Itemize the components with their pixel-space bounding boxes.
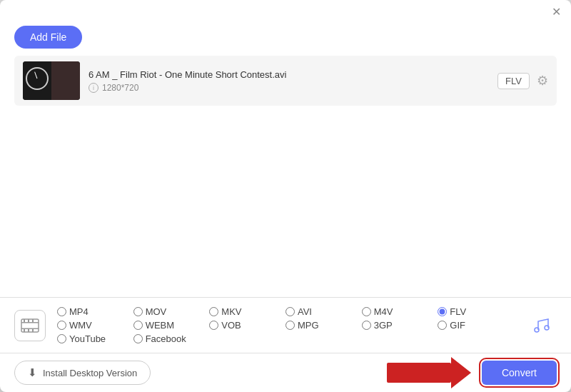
format-avi[interactable]: AVI: [286, 306, 362, 317]
info-icon: i: [89, 83, 98, 93]
file-resolution: 1280*720: [102, 83, 138, 93]
bottom-bar: ⬇ Install Desktop Version Convert: [0, 353, 571, 392]
file-actions: FLV ⚙: [497, 73, 548, 89]
add-file-button[interactable]: Add File: [14, 26, 82, 49]
format-3gp[interactable]: 3GP: [362, 320, 438, 331]
install-label: Install Desktop Version: [43, 368, 137, 378]
svg-rect-3: [24, 319, 25, 322]
format-gif[interactable]: GIF: [438, 320, 514, 331]
arrow-shaft: [387, 363, 451, 383]
format-youtube[interactable]: YouTube: [57, 333, 133, 344]
format-webm[interactable]: WEBM: [133, 320, 210, 331]
content-area: [0, 106, 571, 297]
format-mpg[interactable]: MPG: [286, 320, 362, 331]
film-icon: [14, 310, 46, 341]
file-name: 6 AM _ Film Riot - One Minute Short Cont…: [89, 69, 489, 80]
arrow-annotation: [387, 357, 471, 388]
title-bar: ✕: [0, 0, 571, 21]
svg-rect-7: [28, 328, 29, 332]
file-info: 6 AM _ Film Riot - One Minute Short Cont…: [89, 69, 489, 93]
file-thumbnail: [23, 61, 80, 100]
format-mkv[interactable]: MKV: [209, 306, 286, 317]
close-button[interactable]: ✕: [550, 6, 562, 19]
format-wmv[interactable]: WMV: [57, 320, 133, 331]
arrow-head: [451, 357, 471, 388]
install-desktop-button[interactable]: ⬇ Install Desktop Version: [14, 361, 151, 385]
music-icon: [525, 310, 557, 341]
format-grid: MP4 MOV MKV AVI M4V FLV WMV WEB: [57, 306, 514, 344]
format-facebook[interactable]: Facebook: [133, 333, 210, 344]
convert-button[interactable]: Convert: [482, 361, 557, 385]
format-mov[interactable]: MOV: [133, 306, 210, 317]
file-list: 6 AM _ Film Riot - One Minute Short Cont…: [0, 56, 571, 106]
format-panel: MP4 MOV MKV AVI M4V FLV WMV WEB: [0, 297, 571, 353]
svg-rect-6: [24, 328, 25, 332]
settings-icon[interactable]: ⚙: [537, 73, 548, 89]
svg-rect-5: [32, 319, 34, 322]
svg-rect-1: [21, 322, 39, 323]
download-icon: ⬇: [28, 366, 37, 379]
format-flv[interactable]: FLV: [438, 306, 514, 317]
svg-rect-8: [32, 328, 34, 332]
toolbar: Add File: [0, 21, 571, 56]
file-meta: i 1280*720: [89, 83, 489, 93]
format-vob[interactable]: VOB: [209, 320, 286, 331]
format-mp4[interactable]: MP4: [57, 306, 133, 317]
svg-rect-4: [28, 319, 29, 322]
format-m4v[interactable]: M4V: [362, 306, 438, 317]
main-window: ✕ Add File 6 AM _ Film Riot - One Minute…: [0, 0, 571, 392]
right-bottom-area: Convert: [482, 361, 557, 385]
file-item: 6 AM _ Film Riot - One Minute Short Cont…: [14, 56, 557, 106]
format-badge: FLV: [497, 73, 530, 89]
